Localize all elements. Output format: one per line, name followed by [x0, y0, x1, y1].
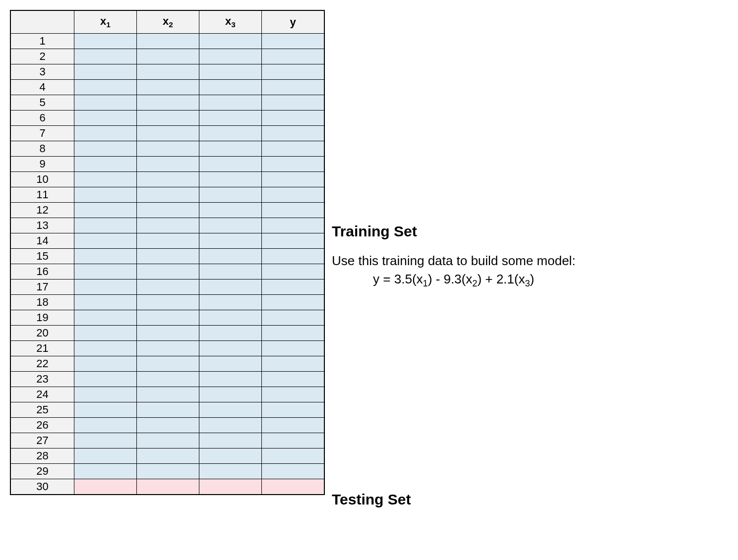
- data-cell: [199, 233, 262, 249]
- header-x1: x1: [74, 11, 137, 34]
- row-index: 26: [11, 418, 74, 433]
- data-cell: [262, 356, 324, 372]
- header-x3-label: x: [225, 15, 231, 27]
- row-index: 1: [11, 34, 74, 49]
- row-index: 13: [11, 218, 74, 233]
- data-cell: [262, 187, 324, 203]
- table-row: 26: [11, 418, 324, 433]
- data-split-table: x1 x2 x3 y 12345678910111213141516171819…: [10, 10, 325, 495]
- data-cell: [74, 218, 137, 233]
- table-row: 11: [11, 187, 324, 203]
- data-cell: [262, 157, 324, 172]
- data-cell: [262, 448, 324, 464]
- data-cell: [262, 326, 324, 341]
- data-cell: [199, 464, 262, 479]
- table-row: 3: [11, 64, 324, 80]
- table-row: 24: [11, 387, 324, 402]
- header-x1-sub: 1: [106, 20, 111, 29]
- data-cell: [199, 448, 262, 464]
- data-cell: [137, 157, 199, 172]
- data-cell: [262, 34, 324, 49]
- data-cell: [137, 264, 199, 280]
- table-row: 22: [11, 356, 324, 372]
- table-row: 28: [11, 448, 324, 464]
- table-row: 23: [11, 372, 324, 387]
- data-cell: [74, 479, 137, 495]
- data-cell: [74, 141, 137, 157]
- row-index: 2: [11, 49, 74, 64]
- data-cell: [137, 126, 199, 141]
- data-cell: [74, 310, 137, 326]
- data-cell: [137, 172, 199, 187]
- data-cell: [137, 111, 199, 126]
- header-x2: x2: [137, 11, 199, 34]
- header-x2-label: x: [163, 15, 169, 27]
- data-cell: [74, 64, 137, 80]
- eq-part: y = 3.5(x: [373, 272, 423, 286]
- data-cell: [74, 34, 137, 49]
- data-cell: [262, 233, 324, 249]
- data-cell: [137, 326, 199, 341]
- data-cell: [199, 479, 262, 495]
- data-cell: [137, 34, 199, 49]
- table-header-row: x1 x2 x3 y: [11, 11, 324, 34]
- table-row: 17: [11, 280, 324, 295]
- data-cell: [137, 64, 199, 80]
- data-cell: [137, 187, 199, 203]
- data-cell: [74, 372, 137, 387]
- training-set-title: Training Set: [332, 223, 575, 240]
- table-row: 19: [11, 310, 324, 326]
- data-cell: [262, 464, 324, 479]
- table-row: 20: [11, 326, 324, 341]
- table-row: 6: [11, 111, 324, 126]
- data-cell: [199, 418, 262, 433]
- row-index: 21: [11, 341, 74, 356]
- row-index: 29: [11, 464, 74, 479]
- row-index: 25: [11, 402, 74, 418]
- data-cell: [74, 280, 137, 295]
- table-row: 18: [11, 295, 324, 310]
- data-cell: [74, 295, 137, 310]
- data-cell: [137, 479, 199, 495]
- data-cell: [74, 448, 137, 464]
- header-x3: x3: [199, 11, 262, 34]
- data-cell: [199, 49, 262, 64]
- data-cell: [199, 280, 262, 295]
- data-cell: [262, 310, 324, 326]
- data-cell: [199, 172, 262, 187]
- data-cell: [199, 64, 262, 80]
- data-cell: [262, 402, 324, 418]
- data-cell: [137, 356, 199, 372]
- data-cell: [74, 326, 137, 341]
- data-cell: [137, 310, 199, 326]
- row-index: 4: [11, 80, 74, 95]
- row-index: 16: [11, 264, 74, 280]
- table-row: 7: [11, 126, 324, 141]
- table-row: 30: [11, 479, 324, 495]
- row-index: 15: [11, 249, 74, 264]
- data-cell: [199, 387, 262, 402]
- table-body: 1234567891011121314151617181920212223242…: [11, 34, 324, 495]
- data-cell: [199, 80, 262, 95]
- header-y: y: [262, 11, 324, 34]
- row-index: 3: [11, 64, 74, 80]
- data-cell: [262, 172, 324, 187]
- data-cell: [137, 433, 199, 448]
- data-cell: [137, 280, 199, 295]
- data-cell: [74, 80, 137, 95]
- row-index: 28: [11, 448, 74, 464]
- data-cell: [137, 387, 199, 402]
- header-blank: [11, 11, 74, 34]
- training-annotation: Training Set Use this training data to b…: [332, 223, 575, 289]
- data-cell: [74, 464, 137, 479]
- data-cell: [262, 295, 324, 310]
- data-cell: [137, 464, 199, 479]
- data-cell: [199, 218, 262, 233]
- data-cell: [262, 126, 324, 141]
- data-cell: [137, 141, 199, 157]
- row-index: 18: [11, 295, 74, 310]
- data-cell: [199, 203, 262, 218]
- table-row: 14: [11, 233, 324, 249]
- data-cell: [137, 295, 199, 310]
- data-cell: [74, 249, 137, 264]
